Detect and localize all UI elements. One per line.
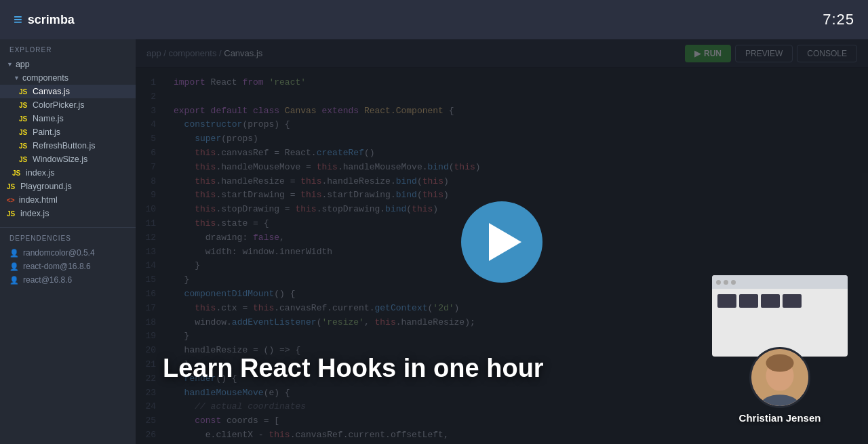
svg-point-2 — [766, 354, 793, 371]
logo-text: scrimba — [28, 13, 75, 27]
js-badge: JS — [19, 88, 28, 96]
file-index-js[interactable]: JS index.js — [0, 207, 136, 220]
instructor-thumbnail — [712, 275, 848, 357]
folder-components[interactable]: ▼ components — [0, 71, 136, 85]
html-badge: <> — [7, 197, 15, 204]
dep-react-label: react@16.8.6 — [23, 275, 72, 285]
video-overlay[interactable]: Learn React Hooks in one hour — [136, 39, 868, 444]
file-canvas-js[interactable]: JS Canvas.js — [0, 85, 136, 98]
explorer-title: EXPLORER — [0, 39, 136, 58]
file-refreshbutton-js-label: RefreshButton.js — [33, 141, 95, 150]
instructor-name: Christian Jensen — [739, 412, 821, 424]
js-badge: JS — [19, 129, 28, 136]
dep-react-dom-label: react-dom@16.8.6 — [23, 262, 91, 271]
file-canvas-js-label: Canvas.js — [33, 87, 70, 96]
logo-icon: ≡ — [14, 11, 22, 28]
person-icon: 👤 — [9, 262, 19, 271]
lesson-title: Learn React Hooks in one hour — [163, 354, 544, 383]
folder-app-label: app — [16, 60, 30, 69]
file-index-html[interactable]: <> index.html — [0, 193, 136, 207]
topbar: ≡ scrimba 7:25 — [0, 0, 868, 39]
file-paint-js-label: Paint.js — [33, 127, 60, 137]
file-index-js-label: index.js — [20, 209, 49, 218]
play-icon — [489, 223, 521, 261]
file-playground-js[interactable]: JS Playground.js — [0, 180, 136, 193]
file-index-html-label: index.html — [19, 195, 58, 205]
file-windowsize-js-label: WindowSize.js — [33, 155, 87, 164]
js-badge: JS — [19, 102, 28, 109]
file-paint-js[interactable]: JS Paint.js — [0, 125, 136, 139]
dep-randomcolor-label: randomcolor@0.5.4 — [23, 248, 95, 258]
file-index-js-app-label: index.js — [26, 168, 54, 178]
file-name-js-label: Name.js — [33, 114, 64, 123]
js-badge: JS — [7, 183, 16, 190]
avatar — [749, 347, 810, 408]
file-colorpicker-js[interactable]: JS ColorPicker.js — [0, 98, 136, 112]
folder-components-label: components — [22, 73, 68, 83]
main-layout: EXPLORER ▼ app ▼ components JS Canvas.js… — [0, 39, 868, 444]
file-name-js[interactable]: JS Name.js — [0, 112, 136, 125]
person-icon: 👤 — [9, 276, 19, 285]
file-colorpicker-js-label: ColorPicker.js — [33, 100, 84, 110]
dep-react: 👤 react@16.8.6 — [0, 273, 136, 287]
js-badge: JS — [19, 156, 28, 163]
deps-title: DEPENDENCIES — [0, 228, 136, 246]
file-playground-js-label: Playground.js — [20, 182, 72, 191]
file-windowsize-js[interactable]: JS WindowSize.js — [0, 153, 136, 166]
js-badge: JS — [19, 115, 28, 123]
file-index-js-app[interactable]: JS index.js — [0, 166, 136, 180]
file-refreshbutton-js[interactable]: JS RefreshButton.js — [0, 139, 136, 153]
js-badge: JS — [12, 169, 22, 177]
folder-app[interactable]: ▼ app — [0, 58, 136, 71]
js-badge: JS — [7, 210, 16, 218]
chevron-down-icon: ▼ — [14, 75, 20, 81]
dep-react-dom: 👤 react-dom@16.8.6 — [0, 260, 136, 273]
timer: 7:25 — [823, 11, 854, 28]
editor-pane: app / components / Canvas.js ▶ RUN PREVI… — [136, 39, 868, 444]
play-button[interactable] — [461, 201, 542, 283]
logo: ≡ scrimba — [14, 11, 75, 28]
dep-randomcolor: 👤 randomcolor@0.5.4 — [0, 246, 136, 260]
person-icon: 👤 — [9, 249, 19, 258]
sidebar: EXPLORER ▼ app ▼ components JS Canvas.js… — [0, 39, 136, 444]
instructor-card: Christian Jensen — [712, 275, 848, 424]
js-badge: JS — [19, 142, 28, 150]
chevron-down-icon: ▼ — [7, 61, 13, 68]
